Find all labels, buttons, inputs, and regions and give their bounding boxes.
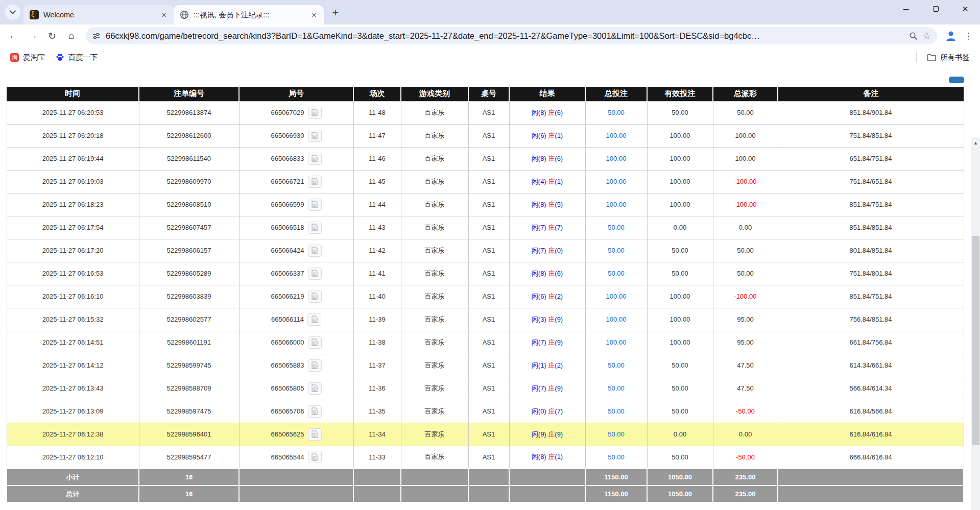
banker-points: (1)	[555, 453, 563, 460]
banker-points: (9)	[555, 338, 563, 346]
cell-time: 2025-11-27 06:17:20	[7, 239, 139, 262]
total-bet-link[interactable]: 50.00	[608, 361, 625, 369]
forward-button[interactable]: →	[23, 27, 42, 45]
cell-result: 闲(8) 庄(6)	[509, 147, 585, 170]
taobao-icon: 淘	[10, 53, 19, 62]
site-settings-icon[interactable]	[92, 32, 101, 40]
player-points: (8)	[538, 201, 546, 208]
banker-result: 庄	[548, 338, 555, 346]
total-bet-link[interactable]: 100.00	[606, 201, 627, 208]
cell-table-no: AS1	[468, 193, 509, 216]
baidu-paw-icon	[56, 53, 64, 62]
tab-bet-record[interactable]: :::视讯, 会员下注纪录::: ×	[174, 5, 324, 25]
maximize-button[interactable]	[921, 0, 950, 17]
video-replay-button[interactable]	[308, 199, 322, 211]
bookmark-star-icon[interactable]: ☆	[923, 30, 931, 41]
profile-avatar[interactable]	[942, 27, 960, 44]
reload-button[interactable]: ↻	[43, 27, 61, 45]
cell-table-no: AS1	[468, 216, 509, 239]
player-result: 闲	[532, 132, 538, 139]
video-replay-button[interactable]	[308, 222, 322, 234]
cell-remark: 851.84/901.84	[778, 101, 964, 124]
video-replay-button[interactable]	[308, 245, 322, 257]
close-window-button[interactable]: ×	[950, 0, 980, 17]
total-bet-link[interactable]: 50.00	[608, 270, 625, 277]
video-replay-button[interactable]	[308, 176, 322, 188]
cell-total-bet: 50.00	[585, 262, 647, 285]
cell-game-type: 百家乐	[401, 193, 468, 216]
video-replay-button[interactable]	[307, 313, 321, 326]
home-button[interactable]: ⌂	[62, 27, 81, 45]
total-bet-link[interactable]: 100.00	[606, 315, 627, 323]
video-replay-button[interactable]	[308, 451, 322, 463]
banker-points: (9)	[555, 384, 563, 392]
video-replay-button[interactable]	[308, 428, 322, 441]
partial-blue-button[interactable]	[949, 77, 964, 83]
scroll-up-arrow-icon[interactable]: ▲	[971, 138, 980, 147]
video-replay-button[interactable]	[308, 359, 322, 372]
cell-bet-no: 522998612600	[139, 124, 239, 147]
video-replay-button[interactable]	[308, 382, 322, 395]
cell-game-type: 百家乐	[401, 423, 468, 446]
cell-bet-no: 522998598709	[139, 377, 239, 400]
video-replay-button[interactable]	[308, 290, 322, 303]
header-remark: 备注	[778, 87, 964, 101]
total-bet-link[interactable]: 100.00	[606, 338, 627, 346]
round-no-text: 665066114	[271, 315, 304, 323]
cell-result: 闲(3) 庄(9)	[509, 308, 585, 331]
minimize-button[interactable]: ─	[891, 0, 921, 17]
total-bet-link[interactable]: 50.00	[608, 247, 625, 254]
total-bet-link[interactable]: 100.00	[606, 293, 627, 300]
total-bet-link[interactable]: 100.00	[606, 178, 627, 185]
tab-close-icon[interactable]: ×	[309, 10, 319, 20]
cell-table-no: AS1	[468, 101, 509, 124]
cell-table-no: AS1	[468, 239, 509, 262]
video-replay-button[interactable]	[308, 405, 322, 418]
cell-bet-no: 522998596401	[139, 423, 239, 446]
total-bet-link[interactable]: 100.00	[606, 132, 627, 139]
video-replay-button[interactable]	[308, 107, 322, 119]
url-bar[interactable]: 66cxkj98.com/game/betrecord_search/kind3…	[86, 27, 937, 44]
browser-menu-button[interactable]: ⋮	[961, 27, 976, 44]
total-bet-link[interactable]: 100.00	[606, 155, 627, 162]
total-bet-link[interactable]: 50.00	[608, 407, 625, 415]
bookmark-baidu[interactable]: 百度一下	[51, 50, 103, 65]
round-no-text: 665066930	[271, 132, 304, 139]
cell-round-no: 665065625	[239, 423, 353, 446]
bookmark-taobao[interactable]: 淘 爱淘宝	[5, 50, 51, 65]
cell-round-no: 665066518	[239, 216, 353, 239]
cell-payout: -100.00	[713, 285, 778, 308]
vertical-scrollbar[interactable]: ▲ ▼	[971, 137, 980, 510]
cell-time: 2025-11-27 06:20:18	[7, 124, 139, 147]
banker-result: 庄	[548, 247, 555, 254]
back-button[interactable]: ←	[4, 27, 22, 45]
zoom-icon[interactable]	[909, 32, 918, 40]
total-bet-link[interactable]: 50.00	[608, 109, 625, 116]
total-bet-link[interactable]: 50.00	[608, 224, 625, 231]
video-replay-button[interactable]	[308, 336, 322, 349]
video-replay-button[interactable]	[308, 153, 322, 165]
cell-valid-bet: 0.00	[647, 216, 713, 239]
cell-payout: 100.00	[713, 147, 778, 170]
video-replay-button[interactable]	[308, 268, 322, 280]
cell-total-bet: 100.00	[585, 124, 647, 147]
cell-game-type: 百家乐	[401, 147, 468, 170]
total-bet-link[interactable]: 50.00	[608, 453, 625, 461]
cell-result: 闲(0) 庄(7)	[509, 400, 585, 423]
scrollbar-thumb[interactable]	[972, 236, 979, 445]
player-result: 闲	[532, 109, 538, 116]
cell-time: 2025-11-27 06:15:32	[7, 308, 139, 331]
new-tab-button[interactable]: +	[328, 5, 343, 20]
video-replay-button[interactable]	[308, 130, 322, 142]
video-file-icon	[311, 293, 318, 300]
tab-welcome[interactable]: Welcome ×	[23, 5, 174, 25]
tab-search-button[interactable]	[5, 5, 20, 20]
cell-round-no: 665066000	[239, 331, 353, 354]
video-file-icon	[311, 201, 318, 208]
total-bet-link[interactable]: 50.00	[608, 384, 625, 392]
round-no-text: 665066518	[271, 224, 304, 231]
tab-close-icon[interactable]: ×	[159, 10, 169, 20]
all-bookmarks-button[interactable]: 所有书签	[922, 50, 975, 65]
total-bet-link[interactable]: 50.00	[608, 430, 625, 438]
player-points: (6)	[538, 293, 546, 300]
